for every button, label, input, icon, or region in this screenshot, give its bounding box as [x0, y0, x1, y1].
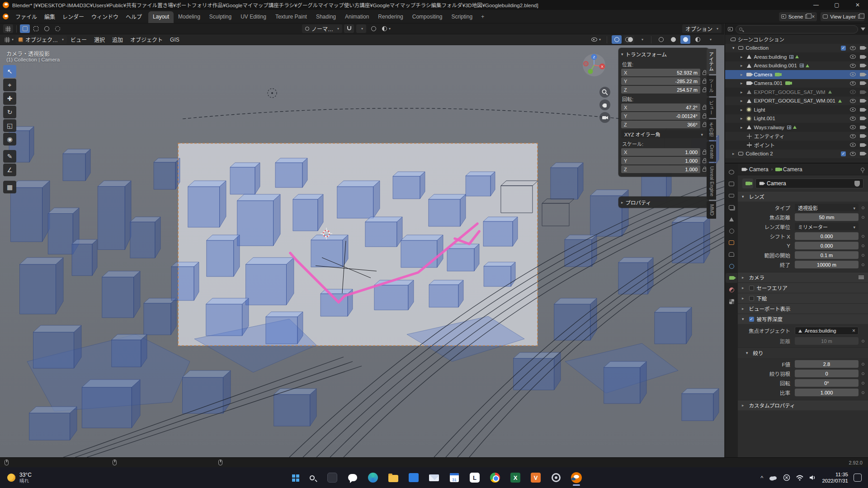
panel-lens[interactable]: レンズ	[738, 191, 868, 202]
rotate-tool[interactable]	[3, 106, 16, 118]
transform-tool[interactable]	[3, 133, 16, 145]
hide-eye-icon[interactable]	[850, 72, 856, 76]
outliner-row-export-sat-001[interactable]: EXPORT_GOOGLE_SAT_WM.001	[725, 97, 868, 106]
panel-dof[interactable]: ✓被写界深度	[738, 314, 868, 324]
npanel-tab-create[interactable]: Create	[707, 141, 716, 162]
shift-y-field[interactable]: 0.000	[795, 242, 859, 249]
hide-eye-icon[interactable]	[850, 99, 856, 103]
hide-eye-icon[interactable]	[850, 134, 856, 138]
lock-icon[interactable]	[703, 151, 706, 155]
properties-panel-header[interactable]: プロパティ	[621, 197, 706, 207]
menu-view[interactable]: ビュー	[67, 34, 90, 45]
hide-eye-icon[interactable]	[850, 64, 856, 68]
rotation-z-field[interactable]: Z366°	[621, 121, 700, 128]
onedrive-cloud-icon[interactable]	[769, 474, 778, 481]
new-scene-icon[interactable]	[805, 14, 809, 19]
render-visibility-icon[interactable]	[860, 143, 865, 147]
shading-dropdown[interactable]	[705, 35, 715, 44]
options-dropdown[interactable]: オプション	[682, 24, 722, 33]
blender-menu-icon[interactable]	[3, 14, 9, 19]
dof-checkbox[interactable]: ✓	[749, 317, 754, 322]
rotation-x-field[interactable]: X47.2°	[621, 103, 700, 111]
camera-view-widget[interactable]	[599, 112, 610, 123]
v-app-button[interactable]: V	[527, 469, 544, 486]
aperture-rotation-field[interactable]: 0°	[795, 379, 859, 387]
file-explorer-button[interactable]	[385, 469, 402, 486]
line-button[interactable]: L	[466, 469, 483, 486]
maximize-button[interactable]: ▢	[826, 0, 847, 10]
transform-panel-header[interactable]: トランスフォーム	[621, 49, 706, 59]
animate-dot[interactable]	[862, 363, 864, 366]
outliner-row-point[interactable]: ポイント	[725, 141, 868, 150]
filter-icon[interactable]	[861, 28, 865, 31]
hide-eye-icon[interactable]	[850, 55, 856, 59]
tool-fallback-button[interactable]	[3, 24, 13, 33]
select-box-tool[interactable]	[3, 65, 16, 78]
move-tool[interactable]	[3, 92, 16, 105]
breadcrumb-object[interactable]: Camera	[749, 166, 769, 173]
outliner-search-input[interactable]	[736, 25, 858, 33]
pin-icon[interactable]	[861, 168, 864, 171]
overlays-toggle-button[interactable]	[624, 35, 634, 44]
id-name-field[interactable]: Camera	[755, 178, 863, 188]
lock-icon[interactable]	[703, 160, 706, 163]
wifi-icon[interactable]	[796, 474, 804, 481]
lock-icon[interactable]	[703, 72, 706, 75]
rotation-y-field[interactable]: Y-0.00124°	[621, 112, 700, 120]
focal-length-field[interactable]: 50 mm	[795, 213, 859, 221]
panel-aperture[interactable]: 絞り	[738, 347, 868, 358]
select-mode-box-button[interactable]	[31, 24, 41, 33]
render-visibility-icon[interactable]	[860, 73, 865, 76]
npanel-tab-unreal[interactable]: Unreal Engine	[707, 163, 716, 200]
panel-viewport-display[interactable]: ビューポート表示	[738, 303, 868, 314]
visibility-dropdown[interactable]	[590, 35, 602, 44]
outliner-editor-icon[interactable]	[728, 27, 733, 31]
breadcrumb-data[interactable]: Camera	[783, 166, 802, 173]
render-visibility-icon[interactable]	[860, 108, 865, 112]
animate-dot[interactable]	[862, 391, 864, 394]
tab-texture[interactable]	[726, 296, 737, 306]
ratio-field[interactable]: 1.000	[795, 389, 859, 396]
animate-dot[interactable]	[862, 263, 864, 266]
npanel-tab-mmd[interactable]: MMD	[707, 201, 716, 219]
scale-tool[interactable]	[3, 119, 16, 132]
animate-dot[interactable]	[862, 372, 864, 375]
animate-dot[interactable]	[862, 340, 864, 343]
hide-eye-icon[interactable]	[850, 90, 856, 94]
edge-button[interactable]	[364, 469, 382, 486]
lock-icon[interactable]	[703, 124, 706, 127]
render-visibility-icon[interactable]	[860, 55, 865, 59]
minimize-button[interactable]: —	[806, 0, 826, 10]
new-view-layer-icon[interactable]	[858, 14, 862, 19]
measure-tool[interactable]	[3, 164, 16, 176]
hide-eye-icon[interactable]	[850, 152, 856, 156]
mode-dropdown[interactable]: オブジェク…	[15, 35, 67, 44]
render-visibility-icon[interactable]	[860, 64, 865, 67]
outliner-row-light[interactable]: Light	[725, 105, 868, 114]
tab-output[interactable]	[726, 191, 737, 201]
outliner-row-ways-railway[interactable]: Ways:railway	[725, 123, 868, 132]
clock-widget[interactable]: 11:35 2022/07/31	[822, 471, 848, 484]
lens-unit-dropdown[interactable]: ミリメーター	[795, 223, 859, 230]
proportional-falloff-dropdown[interactable]	[381, 24, 392, 33]
animate-dot[interactable]	[862, 254, 864, 257]
animate-dot[interactable]	[862, 382, 864, 385]
shading-rendered-button[interactable]	[693, 35, 703, 44]
cursor-tool[interactable]	[3, 79, 16, 91]
location-z-field[interactable]: Z254.57 m	[621, 86, 700, 94]
animate-dot[interactable]	[862, 244, 864, 247]
shading-solid-button[interactable]	[668, 35, 678, 44]
focus-distance-field[interactable]: 10 m	[795, 337, 859, 345]
lock-icon[interactable]	[703, 80, 706, 84]
hide-eye-icon[interactable]	[850, 117, 856, 121]
hide-eye-icon[interactable]	[850, 108, 856, 112]
scene-selector[interactable]: Scene	[779, 12, 817, 21]
fake-user-icon[interactable]	[854, 181, 860, 187]
menu-gis[interactable]: GIS	[166, 34, 183, 45]
safe-areas-checkbox[interactable]	[749, 286, 754, 291]
animate-dot[interactable]	[862, 235, 864, 238]
unlink-scene-icon[interactable]	[811, 14, 815, 20]
hide-eye-icon[interactable]	[850, 125, 856, 129]
location-x-field[interactable]: X52.932 m	[621, 69, 700, 76]
outliner-row-camera-001[interactable]: Camera.001	[725, 79, 868, 88]
